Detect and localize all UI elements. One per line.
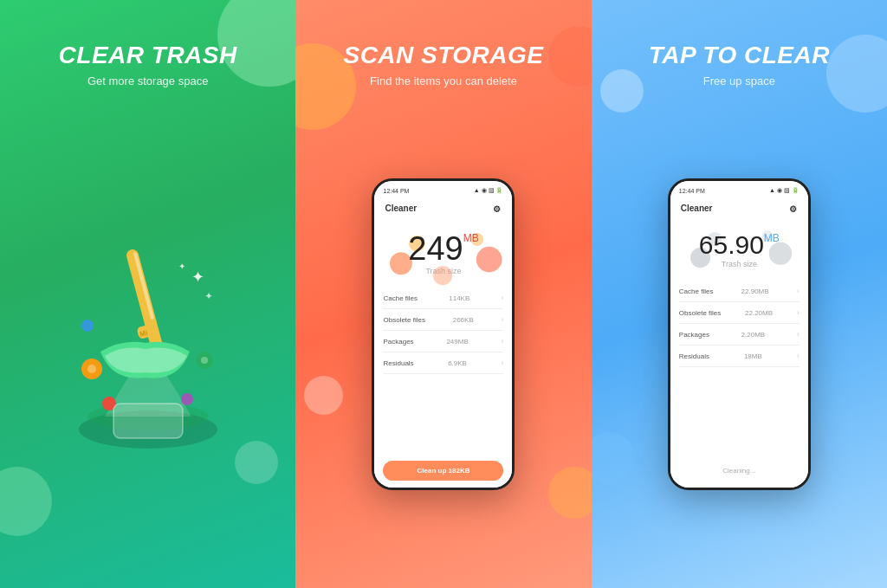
decorative-blob — [592, 432, 635, 484]
svg-text:✦: ✦ — [178, 262, 185, 271]
status-bar: 12:44 PM ▲ ◉ ▨ 🔋 — [670, 181, 808, 200]
svg-point-14 — [181, 393, 193, 405]
decorative-blob — [548, 26, 592, 87]
app-title: Cleaner — [385, 204, 417, 213]
trash-label: Trash size — [425, 267, 461, 275]
file-row[interactable]: Packages 249MB › — [383, 331, 503, 352]
file-list: Cache files 22.90MB › Obsolete files 22.… — [670, 281, 808, 454]
app-header: Cleaner ⚙ — [374, 200, 512, 216]
decorative-blob — [826, 35, 887, 113]
settings-icon[interactable]: ⚙ — [493, 204, 502, 213]
panel-tap-to-clear: TAP TO CLEAR Free up space 12:44 PM ▲ ◉ … — [592, 0, 887, 588]
file-list: Cache files 114KB › Obsolete files 266KB… — [374, 288, 512, 454]
file-row[interactable]: Residuals 18MB › — [679, 346, 800, 367]
trash-number: 65.90 — [699, 232, 764, 258]
phone-scan: 12:44 PM ▲ ◉ ▨ 🔋 Cleaner ⚙ — [372, 178, 515, 490]
panel1-title: CLEAR TRASH — [59, 42, 237, 69]
decorative-blob — [304, 376, 343, 415]
panel-scan-storage: SCAN STORAGE Find the items you can dele… — [295, 0, 591, 588]
svg-point-15 — [81, 320, 94, 332]
cleanup-button[interactable]: Clean up 182KB — [383, 461, 503, 481]
decorative-blob — [600, 69, 644, 113]
phone-mockup-clear: 12:44 PM ▲ ◉ ▨ 🔋 Cleaner ⚙ 65. — [668, 101, 811, 567]
trash-size-display: 65.90 MB Trash size — [670, 223, 808, 281]
status-bar: 12:44 PM ▲ ◉ ▨ 🔋 — [374, 181, 512, 200]
settings-icon[interactable]: ⚙ — [789, 204, 798, 213]
svg-text:✦: ✦ — [204, 290, 213, 302]
panel3-subtitle: Free up space — [703, 74, 775, 87]
svg-rect-16 — [113, 404, 183, 438]
trash-unit: MB — [764, 232, 780, 244]
trash-label: Trash size — [722, 260, 757, 268]
phone-mockup-scan: 12:44 PM ▲ ◉ ▨ 🔋 Cleaner ⚙ — [372, 101, 515, 567]
file-row[interactable]: Packages 2.20MB › — [679, 324, 800, 346]
panel2-subtitle: Find the items you can delete — [370, 74, 517, 87]
file-row[interactable]: Residuals 6.9KB › — [383, 352, 503, 374]
trash-size-display: 249 MB Trash size — [374, 223, 512, 288]
panel3-title: TAP TO CLEAR — [649, 42, 830, 69]
panel2-title: SCAN STORAGE — [343, 42, 543, 69]
status-icons: ▲ ◉ ▨ 🔋 — [769, 187, 800, 194]
svg-text:✦: ✦ — [191, 268, 204, 286]
time: 12:44 PM — [679, 188, 705, 194]
panel1-subtitle: Get more storage space — [87, 74, 208, 87]
phone-body-scan: 249 MB Trash size Cache files 114KB › Ob… — [374, 216, 512, 488]
file-row[interactable]: Obsolete files 266KB › — [383, 309, 503, 331]
app-header: Cleaner ⚙ — [670, 200, 808, 216]
phone-body-clear: 65.90 MB Trash size Cache files 22.90MB … — [670, 216, 808, 488]
svg-point-12 — [201, 357, 208, 364]
file-row[interactable]: Obsolete files 22.20MB › — [679, 302, 800, 324]
phone-clear: 12:44 PM ▲ ◉ ▨ 🔋 Cleaner ⚙ 65. — [668, 178, 811, 490]
file-row[interactable]: Cache files 22.90MB › — [679, 281, 800, 302]
svg-point-10 — [87, 365, 96, 373]
trash-unit: MB — [463, 232, 479, 244]
file-row[interactable]: Cache files 114KB › — [383, 288, 503, 309]
panel-clear-trash: CLEAR TRASH Get more storage space Mi ✦ … — [0, 0, 295, 588]
broom-illustration: Mi ✦ ✦ ✦ — [21, 101, 275, 567]
decorative-blob — [548, 467, 592, 519]
svg-point-19 — [476, 247, 502, 273]
time: 12:44 PM — [383, 188, 409, 194]
app-title: Cleaner — [681, 204, 713, 213]
cleaning-status: Cleaning... — [679, 461, 800, 481]
trash-number: 249 — [408, 232, 463, 265]
status-icons: ▲ ◉ ▨ 🔋 — [474, 187, 504, 194]
